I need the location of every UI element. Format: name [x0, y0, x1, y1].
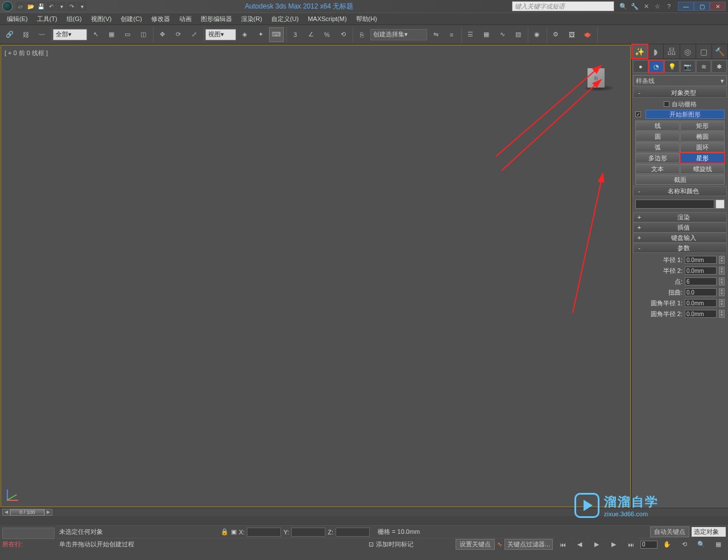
timetag-label[interactable]: 添加时间标记 — [376, 540, 413, 549]
viewport-label[interactable]: [ + 0 前 0 线框 ] — [5, 49, 48, 57]
coord-mode-icon[interactable]: ▣ — [231, 528, 237, 536]
tab-hierarchy[interactable]: 品 — [664, 44, 680, 59]
btn-rectangle[interactable]: 矩形 — [680, 121, 725, 131]
move-icon[interactable]: ✥ — [155, 27, 169, 42]
autogrid-checkbox[interactable] — [664, 101, 669, 107]
scale-icon[interactable]: ⤢ — [187, 27, 201, 42]
nav-pan-icon[interactable]: ✋ — [660, 537, 675, 552]
goto-end-icon[interactable]: ⏭ — [623, 537, 638, 552]
rollout-header-keyboard[interactable]: +键盘输入 — [633, 233, 727, 243]
app-logo-icon[interactable] — [2, 1, 13, 11]
menu-maxscript[interactable]: MAXScript(M) — [303, 14, 351, 23]
fillet2-spin-arrows[interactable]: ▲▼ — [719, 310, 725, 318]
graphite-icon[interactable]: ▦ — [479, 27, 494, 42]
select-icon[interactable]: ↖ — [88, 27, 103, 42]
btn-ellipse[interactable]: 椭圆 — [680, 131, 725, 142]
help-icon[interactable]: ? — [664, 2, 673, 11]
new-icon[interactable]: ▱ — [16, 2, 25, 11]
menu-modifiers[interactable]: 修改器 — [147, 14, 175, 24]
time-next-icon[interactable]: ▶ — [44, 509, 52, 516]
link-icon[interactable]: 🔗 — [2, 27, 17, 42]
redo-dd-icon[interactable]: ▾ — [77, 2, 86, 11]
current-frame-input[interactable]: 0 — [640, 541, 657, 549]
keyfilter-button[interactable]: 关键点过滤器... — [504, 539, 553, 550]
startnew-checkbox[interactable]: ✓ — [635, 111, 641, 117]
schematic-icon[interactable]: ▧ — [511, 27, 526, 42]
sub-geometry-icon[interactable]: ● — [633, 60, 648, 73]
refcoord-dropdown[interactable]: 视图 ▾ — [205, 29, 236, 40]
menu-create[interactable]: 创建(C) — [116, 14, 146, 24]
curve-editor-icon[interactable]: ∿ — [495, 27, 510, 42]
goto-start-icon[interactable]: ⏮ — [555, 537, 570, 552]
key-tangent-icon[interactable]: ∿ — [497, 541, 502, 548]
rollout-header-object-type[interactable]: -对象类型 — [633, 88, 727, 98]
minimize-button[interactable]: — — [678, 2, 694, 11]
close-button[interactable]: ✕ — [710, 2, 726, 11]
viewport-front[interactable]: [ + 0 前 0 线框 ] 前 — [1, 45, 631, 507]
btn-section[interactable]: 截面 — [635, 175, 725, 185]
fillet2-spinner[interactable]: 0.0mm — [685, 310, 717, 318]
sub-helpers-icon[interactable]: ≋ — [696, 60, 712, 73]
radius2-spin-arrows[interactable]: ▲▼ — [719, 267, 725, 275]
binoculars-icon[interactable]: 🔍 — [619, 2, 628, 11]
exchange-icon[interactable]: ✕ — [642, 2, 651, 11]
menu-graph[interactable]: 图形编辑器 — [196, 14, 237, 24]
view-cube[interactable]: 前 — [579, 63, 613, 97]
script-mini-listener[interactable] — [2, 528, 55, 539]
menu-animation[interactable]: 动画 — [175, 14, 196, 24]
points-spinner[interactable]: 6 — [685, 277, 717, 285]
menu-tools[interactable]: 工具(T) — [32, 14, 62, 24]
open-icon[interactable]: 📂 — [26, 2, 35, 11]
distortion-spin-arrows[interactable]: ▲▼ — [719, 288, 725, 296]
menu-views[interactable]: 视图(V) — [86, 14, 117, 24]
unlink-icon[interactable]: ⛓ — [18, 27, 33, 42]
time-slider-thumb[interactable]: 0 / 100 — [10, 509, 44, 516]
nav-zoom-icon[interactable]: 🔍 — [694, 537, 709, 552]
nav-orbit-icon[interactable]: ⟲ — [677, 537, 692, 552]
radius1-spin-arrows[interactable]: ▲▼ — [719, 256, 725, 264]
btn-circle[interactable]: 圆 — [635, 131, 680, 142]
distortion-spinner[interactable]: 0.0 — [685, 288, 717, 296]
pivot-icon[interactable]: ◈ — [237, 27, 252, 42]
coord-z-input[interactable] — [336, 528, 370, 537]
angle-snap-icon[interactable]: ∠ — [304, 27, 318, 42]
sub-spacewarps-icon[interactable]: ✱ — [712, 60, 727, 73]
layers-icon[interactable]: ☰ — [463, 27, 478, 42]
tab-create[interactable]: ✨ — [632, 44, 648, 59]
fillet1-spin-arrows[interactable]: ▲▼ — [719, 299, 725, 307]
render-setup-icon[interactable]: ⚙ — [548, 27, 563, 42]
tab-display[interactable]: ▢ — [696, 44, 712, 59]
rollout-header-render[interactable]: +渲染 — [633, 212, 727, 222]
rotate-icon[interactable]: ⟳ — [171, 27, 185, 42]
window-crossing-icon[interactable]: ◫ — [136, 27, 151, 42]
search-input[interactable]: 键入关键字或短语 — [512, 1, 614, 11]
star-icon[interactable]: ☆ — [653, 2, 662, 11]
sub-shapes-icon[interactable]: ◔ — [649, 60, 664, 73]
render-frame-icon[interactable]: 🖼 — [564, 27, 579, 42]
spinner-snap-icon[interactable]: ⟲ — [336, 27, 350, 42]
rollout-header-name-color[interactable]: -名称和颜色 — [633, 186, 727, 196]
object-name-input[interactable] — [635, 200, 714, 209]
menu-group[interactable]: 组(G) — [62, 14, 86, 24]
lock-icon[interactable]: 🔒 — [221, 528, 229, 536]
redo-icon[interactable]: ↷ — [67, 2, 76, 11]
key-icon[interactable]: 🔧 — [630, 2, 639, 11]
mirror-icon[interactable]: ⇋ — [428, 27, 443, 42]
rollout-header-interp[interactable]: +插值 — [633, 222, 727, 233]
points-spin-arrows[interactable]: ▲▼ — [719, 277, 725, 285]
tab-motion[interactable]: ◎ — [680, 44, 696, 59]
undo-icon[interactable]: ↶ — [47, 2, 56, 11]
time-prev-icon[interactable]: ◀ — [2, 509, 10, 516]
prev-frame-icon[interactable]: ◀ — [572, 537, 587, 552]
nav-max-icon[interactable]: ▦ — [711, 537, 726, 552]
play-icon[interactable]: ▶ — [589, 537, 604, 552]
color-swatch[interactable] — [715, 200, 725, 209]
coord-y-input[interactable] — [291, 528, 325, 537]
tab-utilities[interactable]: 🔨 — [712, 44, 728, 59]
sub-lights-icon[interactable]: 💡 — [664, 60, 680, 73]
radius1-spinner[interactable]: 0.0mm — [685, 256, 717, 264]
menu-customize[interactable]: 自定义(U) — [267, 14, 303, 24]
menu-render[interactable]: 渲染(R) — [237, 14, 267, 24]
shape-category-dropdown[interactable]: 样条线▾ — [633, 75, 727, 86]
btn-line[interactable]: 线 — [635, 121, 680, 131]
